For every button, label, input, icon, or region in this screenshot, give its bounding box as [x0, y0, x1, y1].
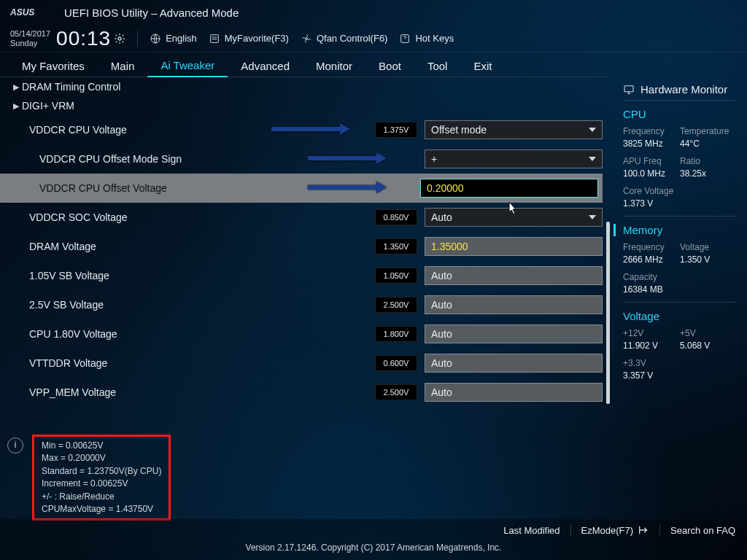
voltage-badge: 1.800V	[375, 326, 417, 342]
ezmode-link[interactable]: EzMode(F7)	[581, 524, 650, 536]
svg-rect-3	[210, 34, 218, 42]
row-offset-mode-sign: VDDCR CPU Offset Mode Sign +	[0, 144, 603, 174]
scrollbar-thumb[interactable]	[606, 222, 610, 404]
footer: Last Modified EzMode(F7) Search on FAQ V…	[0, 519, 747, 560]
tab-aitweaker[interactable]: Ai Tweaker	[147, 55, 228, 77]
25v-sb-field[interactable]: Auto	[425, 295, 603, 314]
globe-icon	[150, 33, 161, 44]
tree-dram-timing[interactable]: ▶ DRAM Timing Control	[0, 77, 603, 96]
voltage-badge: 2.500V	[375, 297, 417, 313]
chevron-right-icon: ▶	[13, 82, 19, 92]
hardware-monitor-panel: Hardware Monitor CPU FrequencyTemperatur…	[610, 77, 747, 519]
chevron-right-icon: ▶	[13, 101, 19, 111]
row-25v-sb: 2.5V SB Voltage 2.500V Auto	[0, 290, 603, 319]
vddcr-soc-voltage-select[interactable]: Auto	[425, 208, 603, 227]
help-icon	[399, 33, 411, 44]
help-info-bar: i Min = 0.00625V Max = 0.20000V Standard…	[4, 435, 603, 515]
tab-tool[interactable]: Tool	[414, 55, 461, 77]
vttddr-field[interactable]: Auto	[425, 354, 603, 373]
offset-voltage-input[interactable]: 0.20000	[420, 179, 598, 198]
row-vddcr-soc-voltage: VDDCR SOC Voltage 0.850V Auto	[0, 203, 603, 232]
svg-point-4	[306, 37, 308, 39]
row-105v-sb: 1.05V SB Voltage 1.050V Auto	[0, 261, 603, 290]
exit-arrow-icon	[638, 524, 649, 536]
fan-icon	[301, 33, 312, 44]
hotkeys-link[interactable]: Hot Keys	[399, 33, 454, 44]
hw-memory-header: Memory	[614, 224, 737, 236]
info-highlight-box: Min = 0.00625V Max = 0.20000V Standard =…	[32, 435, 171, 521]
tab-advanced[interactable]: Advanced	[228, 55, 303, 77]
vddcr-cpu-voltage-select[interactable]: Offset mode	[425, 120, 603, 139]
asus-logo: ASUS	[10, 5, 54, 20]
monitor-icon	[623, 84, 635, 96]
svg-rect-9	[624, 85, 633, 91]
voltage-badge: 0.600V	[375, 355, 417, 371]
version-text: Version 2.17.1246. Copyright (C) 2017 Am…	[0, 541, 747, 553]
info-icon: i	[7, 438, 23, 454]
app-title: UEFI BIOS Utility – Advanced Mode	[64, 7, 239, 19]
row-vttddr: VTTDDR Voltage 0.600V Auto	[0, 349, 603, 378]
tab-boot[interactable]: Boot	[365, 55, 414, 77]
vppmem-field[interactable]: Auto	[425, 383, 603, 402]
svg-point-1	[118, 37, 121, 40]
myfavorite-link[interactable]: MyFavorite(F3)	[209, 33, 289, 44]
tree-digi-vrm[interactable]: ▶ DIGI+ VRM	[0, 96, 603, 115]
svg-text:ASUS: ASUS	[10, 7, 34, 18]
language-selector[interactable]: English	[150, 33, 197, 44]
row-vddcr-cpu-voltage: VDDCR CPU Voltage 1.375V Offset mode	[0, 115, 603, 144]
row-vppmem: VPP_MEM Voltage 2.500V Auto	[0, 378, 603, 407]
day: Sunday	[10, 39, 50, 47]
cpu-180v-field[interactable]: Auto	[425, 324, 603, 343]
105v-sb-field[interactable]: Auto	[425, 266, 603, 285]
clock: 00:13	[56, 27, 125, 50]
date: 05/14/2017	[10, 29, 50, 38]
tab-myfavorites[interactable]: My Favorites	[9, 55, 98, 77]
search-faq-link[interactable]: Search on FAQ	[670, 525, 735, 536]
hw-voltage-header: Voltage	[623, 310, 737, 322]
main-nav: My Favorites Main Ai Tweaker Advanced Mo…	[0, 52, 610, 77]
gear-icon[interactable]	[114, 33, 125, 44]
last-modified-link[interactable]: Last Modified	[503, 525, 560, 536]
voltage-badge: 1.375V	[375, 122, 417, 138]
qfan-link[interactable]: Qfan Control(F6)	[301, 33, 388, 44]
voltage-badge: 0.850V	[375, 209, 417, 225]
row-cpu-180v: CPU 1.80V Voltage 1.800V Auto	[0, 319, 603, 349]
voltage-badge: 1.350V	[375, 238, 417, 254]
tab-main[interactable]: Main	[98, 55, 148, 77]
row-dram-voltage: DRAM Voltage 1.350V 1.35000	[0, 232, 603, 261]
voltage-badge: 2.500V	[375, 384, 417, 400]
tab-exit[interactable]: Exit	[460, 55, 505, 77]
hw-cpu-header: CPU	[623, 108, 737, 120]
hw-title: Hardware Monitor	[640, 83, 727, 96]
datetime-block: 05/14/2017 Sunday 00:13	[10, 27, 125, 50]
list-icon	[209, 33, 220, 44]
tab-monitor[interactable]: Monitor	[303, 55, 365, 77]
voltage-badge: 1.050V	[375, 268, 417, 284]
offset-mode-sign-select[interactable]: +	[425, 149, 603, 168]
row-offset-voltage: VDDCR CPU Offset Voltage 0.20000	[0, 174, 603, 203]
dram-voltage-field[interactable]: 1.35000	[425, 237, 603, 256]
